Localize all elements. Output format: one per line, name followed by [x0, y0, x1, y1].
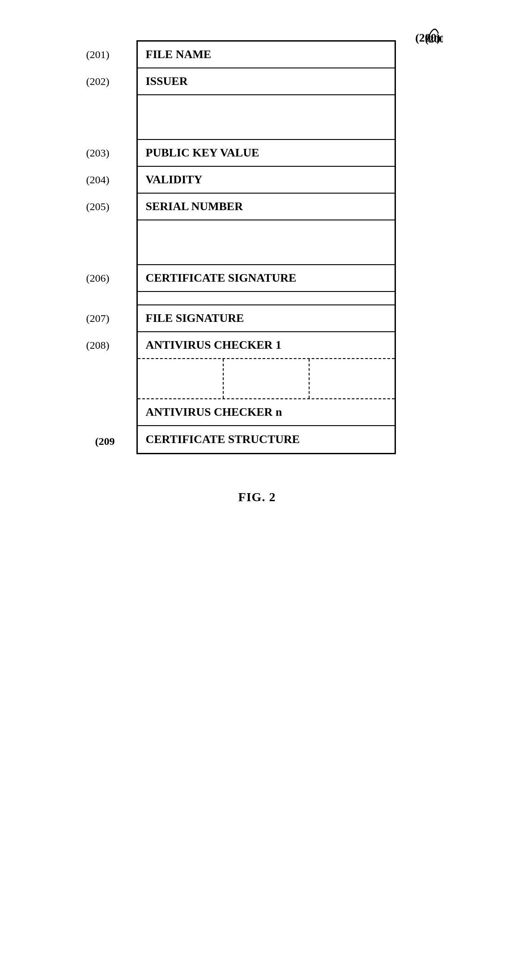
row-issuer: (202) ISSUER — [138, 68, 395, 95]
label-204: (204) — [86, 174, 110, 186]
row-cert-signature: (206) CERTIFICATE SIGNATURE — [138, 265, 395, 292]
text-validity: VALIDITY — [146, 173, 203, 186]
main-structure-box: (201) FILE NAME (202) ISSUER (203) PUBLI… — [136, 40, 396, 454]
svg-text:(200): (200) — [425, 33, 443, 45]
label-206: (206) — [86, 272, 110, 284]
text-cert-signature: CERTIFICATE SIGNATURE — [146, 271, 297, 285]
text-issuer: ISSUER — [146, 75, 188, 88]
row-public-key: (203) PUBLIC KEY VALUE — [138, 140, 395, 167]
blank-row-1 — [138, 95, 395, 140]
row-antivirus-1: (208) ANTIVIRUS CHECKER 1 — [138, 332, 395, 359]
text-antivirus-n: ANTIVIRUS CHECKER n — [146, 406, 282, 419]
label-209: (209 — [95, 435, 115, 448]
text-file-name: FILE NAME — [146, 48, 212, 61]
diagram-area: (200) (200) (201) FILE NAME (202) ISSUER… — [83, 27, 432, 454]
row-file-name: (201) FILE NAME — [138, 42, 395, 68]
row-antivirus-n: ANTIVIRUS CHECKER n — [138, 399, 395, 426]
page-container: (200) (200) (201) FILE NAME (202) ISSUER… — [0, 0, 514, 980]
text-public-key: PUBLIC KEY VALUE — [146, 146, 259, 160]
text-cert-structure: CERTIFICATE STRUCTURE — [146, 433, 300, 446]
dot-col-2 — [224, 359, 310, 398]
label-203: (203) — [86, 147, 110, 159]
dot-col-1 — [138, 359, 224, 398]
row-validity: (204) VALIDITY — [138, 167, 395, 194]
figure-caption: FIG. 2 — [238, 490, 276, 504]
dots-row — [138, 359, 395, 399]
label-201: (201) — [86, 49, 110, 61]
row-cert-structure: (209 CERTIFICATE STRUCTURE — [138, 426, 395, 453]
dot-col-3 — [310, 359, 395, 398]
row-serial-number: (205) SERIAL NUMBER — [138, 194, 395, 220]
text-antivirus-1: ANTIVIRUS CHECKER 1 — [146, 338, 281, 352]
row-file-signature: (207) FILE SIGNATURE — [138, 305, 395, 332]
curve-200-arrow: (200) — [403, 20, 443, 45]
text-serial-number: SERIAL NUMBER — [146, 200, 243, 213]
label-207: (207) — [86, 313, 110, 325]
blank-row-3 — [138, 292, 395, 305]
blank-row-2 — [138, 220, 395, 265]
label-202: (202) — [86, 76, 110, 88]
text-file-signature: FILE SIGNATURE — [146, 312, 244, 325]
label-208: (208) — [86, 339, 110, 351]
label-205: (205) — [86, 201, 110, 213]
